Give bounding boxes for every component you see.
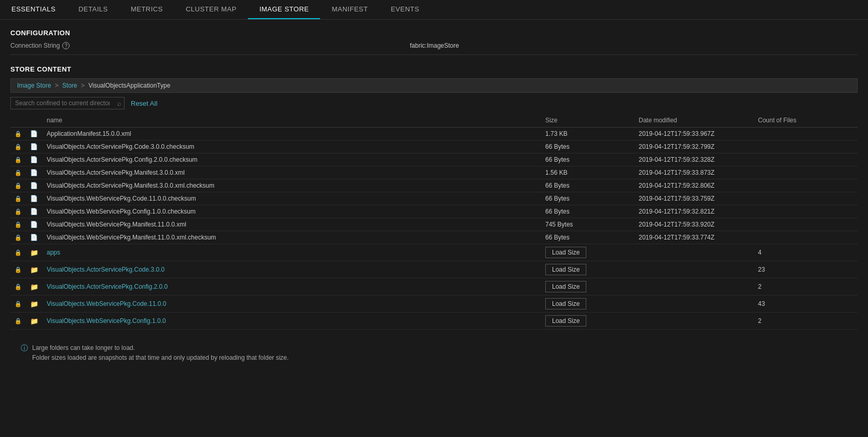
table-row: 🔒📁VisualObjects.WebServicePkg.Config.1.0…: [10, 313, 858, 330]
nav-item-events[interactable]: EVENTS: [379, 0, 431, 19]
footer-note-line1: Large folders can take longer to load.: [32, 343, 288, 353]
file-count: 23: [754, 261, 858, 278]
table-row: 🔒📄VisualObjects.ActorServicePkg.Manifest…: [10, 166, 858, 179]
folder-icon: 📁: [30, 266, 38, 274]
file-count: 2: [754, 313, 858, 330]
folder-link[interactable]: VisualObjects.WebServicePkg.Code.11.0.0: [47, 300, 166, 307]
file-count: [754, 192, 858, 205]
file-date: [635, 261, 754, 278]
nav-bar: ESSENTIALSDETAILSMETRICSCLUSTER MAPIMAGE…: [0, 0, 868, 20]
folder-link[interactable]: VisualObjects.ActorServicePkg.Config.2.0…: [47, 283, 168, 290]
file-name: VisualObjects.WebServicePkg.Manifest.11.…: [43, 218, 541, 231]
lock-icon: 🔒: [10, 313, 26, 330]
file-icon: 📄: [30, 169, 38, 176]
connection-string-info-icon[interactable]: ?: [62, 42, 70, 49]
load-size-button[interactable]: Load Size: [545, 281, 586, 292]
nav-item-metrics[interactable]: METRICS: [119, 0, 174, 19]
file-icon: 📄: [30, 182, 38, 189]
file-date: 2019-04-12T17:59:33.873Z: [635, 166, 754, 179]
file-count: [754, 205, 858, 218]
file-name: VisualObjects.ActorServicePkg.Code.3.0.0…: [43, 140, 541, 153]
lock-icon: 🔒: [10, 261, 26, 278]
folder-link[interactable]: apps: [47, 249, 60, 256]
file-count: [754, 153, 858, 166]
col-header-date: Date modified: [635, 114, 754, 128]
footer-note: ⓘ Large folders can take longer to load.…: [10, 338, 858, 368]
file-size: Load Size: [541, 244, 635, 261]
breadcrumb-current: VisualObjectsApplicationType: [88, 82, 170, 89]
breadcrumb: Image Store > Store > VisualObjectsAppli…: [17, 82, 170, 89]
folder-link[interactable]: VisualObjects.ActorServicePkg.Code.3.0.0: [47, 266, 164, 273]
table-row: 🔒📄VisualObjects.ActorServicePkg.Manifest…: [10, 179, 858, 192]
lock-icon: 🔒: [10, 166, 26, 179]
file-date: [635, 313, 754, 330]
file-size: Load Size: [541, 295, 635, 313]
load-size-button[interactable]: Load Size: [545, 264, 586, 275]
file-size: 1.56 KB: [541, 166, 635, 179]
breadcrumb-store[interactable]: Store: [62, 82, 77, 89]
folder-icon: 📁: [30, 317, 38, 325]
file-count: 43: [754, 295, 858, 313]
breadcrumb-image-store[interactable]: Image Store: [17, 82, 51, 89]
file-size: Load Size: [541, 313, 635, 330]
file-size: 66 Bytes: [541, 192, 635, 205]
load-size-button[interactable]: Load Size: [545, 298, 586, 309]
load-size-button[interactable]: Load Size: [545, 247, 586, 258]
file-name: VisualObjects.WebServicePkg.Code.11.0.0.…: [43, 192, 541, 205]
configuration-title: CONFIGURATION: [10, 29, 858, 37]
file-icon: 📄: [30, 221, 38, 228]
file-name: VisualObjects.ActorServicePkg.Code.3.0.0: [43, 261, 541, 278]
file-count: [754, 128, 858, 140]
search-input[interactable]: [10, 97, 125, 109]
lock-icon: 🔒: [10, 205, 26, 218]
file-date: [635, 295, 754, 313]
file-name: VisualObjects.ActorServicePkg.Manifest.3…: [43, 179, 541, 192]
breadcrumb-bar: Image Store > Store > VisualObjectsAppli…: [10, 78, 858, 93]
lock-icon: 🔒: [10, 179, 26, 192]
nav-item-manifest[interactable]: MANIFEST: [320, 0, 379, 19]
table-row: 🔒📄VisualObjects.WebServicePkg.Manifest.1…: [10, 231, 858, 244]
search-icon[interactable]: ⌕: [117, 100, 121, 107]
load-size-button[interactable]: Load Size: [545, 315, 586, 327]
table-row: 🔒📄VisualObjects.WebServicePkg.Code.11.0.…: [10, 192, 858, 205]
folder-icon: 📁: [30, 283, 38, 291]
nav-item-details[interactable]: DETAILS: [67, 0, 119, 19]
config-row: Connection String ? fabric:ImageStore: [10, 42, 858, 55]
nav-item-cluster-map[interactable]: CLUSTER MAP: [174, 0, 248, 19]
file-name: VisualObjects.WebServicePkg.Config.1.0.0: [43, 313, 541, 330]
col-header-count: Count of Files: [754, 114, 858, 128]
file-date: 2019-04-12T17:59:32.328Z: [635, 153, 754, 166]
search-row: ⌕ Reset All: [10, 97, 858, 109]
file-count: [754, 166, 858, 179]
file-name: VisualObjects.ActorServicePkg.Manifest.3…: [43, 166, 541, 179]
table-row: 🔒📄VisualObjects.WebServicePkg.Config.1.0…: [10, 205, 858, 218]
file-size: 66 Bytes: [541, 140, 635, 153]
file-size: Load Size: [541, 278, 635, 295]
file-date: [635, 278, 754, 295]
table-row: 🔒📁VisualObjects.ActorServicePkg.Config.2…: [10, 278, 858, 295]
lock-icon: 🔒: [10, 140, 26, 153]
lock-icon: 🔒: [10, 192, 26, 205]
col-header-size: Size: [541, 114, 635, 128]
file-count: [754, 218, 858, 231]
file-name: VisualObjects.WebServicePkg.Manifest.11.…: [43, 231, 541, 244]
table-row: 🔒📄ApplicationManifest.15.0.0.xml1.73 KB2…: [10, 128, 858, 140]
file-table: name Size Date modified Count of Files 🔒…: [10, 114, 858, 330]
folder-link[interactable]: VisualObjects.WebServicePkg.Config.1.0.0: [47, 317, 166, 325]
folder-icon: 📁: [30, 300, 38, 308]
file-date: 2019-04-12T17:59:32.799Z: [635, 140, 754, 153]
file-size: 1.73 KB: [541, 128, 635, 140]
lock-icon: 🔒: [10, 244, 26, 261]
file-count: 2: [754, 278, 858, 295]
file-icon: 📄: [30, 143, 38, 150]
file-size: Load Size: [541, 261, 635, 278]
reset-all-button[interactable]: Reset All: [131, 100, 157, 107]
table-row: 🔒📄VisualObjects.WebServicePkg.Manifest.1…: [10, 218, 858, 231]
file-size: 66 Bytes: [541, 153, 635, 166]
file-name: VisualObjects.WebServicePkg.Code.11.0.0: [43, 295, 541, 313]
nav-item-image-store[interactable]: IMAGE STORE: [248, 0, 321, 19]
file-icon: 📄: [30, 156, 38, 163]
lock-icon: 🔒: [10, 231, 26, 244]
nav-item-essentials[interactable]: ESSENTIALS: [0, 0, 67, 19]
main-content: CONFIGURATION Connection String ? fabric…: [0, 20, 868, 368]
